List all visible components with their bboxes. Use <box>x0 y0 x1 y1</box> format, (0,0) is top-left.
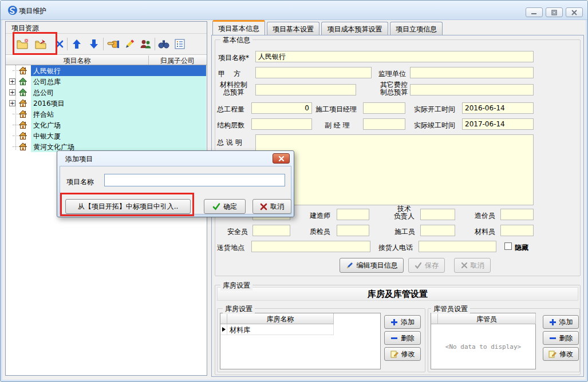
minimize-button[interactable] <box>526 7 543 17</box>
restore-button[interactable] <box>546 7 563 17</box>
material-clerk-field[interactable] <box>500 225 534 236</box>
keeper-add-button[interactable]: 添加 <box>543 315 579 329</box>
safety-officer-label: 安全员 <box>227 227 248 237</box>
cost-estimator-field[interactable] <box>500 209 534 220</box>
column-project-name: 项目名称 <box>6 56 148 66</box>
tree-item-2016-projects[interactable]: 2016项目 <box>6 98 206 109</box>
tech-director-label: 技术负责人 <box>390 205 419 220</box>
add-project-dialog: 添加项目 项目名称 从【项目开拓】中标项目中引入.. 确定 取消 <box>57 150 294 217</box>
dialog-cancel-button[interactable]: 取消 <box>252 199 291 214</box>
general-note-field[interactable] <box>255 134 534 205</box>
tree-column-header: 项目名称 归属子公司 <box>6 55 207 65</box>
dialog-name-field[interactable] <box>104 174 285 186</box>
delete-node-icon[interactable] <box>53 37 66 51</box>
import-folder-icon[interactable] <box>34 37 48 51</box>
keeper-modify-button[interactable]: 修改 <box>543 347 579 361</box>
tree-item-company-store[interactable]: 公司总库 <box>6 76 206 87</box>
tree-item-culture-square[interactable]: 文化广场 <box>6 120 206 130</box>
project-name-field[interactable] <box>255 51 534 62</box>
no-data-text: <No data to display> <box>431 343 535 351</box>
search-binoculars-icon[interactable] <box>157 37 171 51</box>
warehouse-modify-button[interactable]: 修改 <box>384 347 421 361</box>
hide-checkbox[interactable] <box>504 242 512 250</box>
construction-worker-field[interactable] <box>420 225 455 236</box>
quality-inspector-field[interactable] <box>337 225 369 236</box>
tree-item-mixing-station[interactable]: 拌合站 <box>6 109 206 120</box>
dialog-import-button[interactable]: 从【项目开拓】中标项目中引入.. <box>65 199 191 214</box>
expand-icon[interactable] <box>9 89 15 96</box>
minus-icon <box>549 335 557 342</box>
cancel-button[interactable]: 取消 <box>454 258 491 273</box>
tab-project-initiation-info[interactable]: 项目立项信息 <box>390 22 443 35</box>
tab-project-basic-settings[interactable]: 项目基本设置 <box>267 22 319 35</box>
warehouse-name-column: 库房名称 <box>227 313 334 324</box>
actual-completion-field[interactable] <box>462 118 534 130</box>
check-icon <box>415 262 422 269</box>
hide-label: 隐藏 <box>515 243 528 253</box>
construction-worker-label: 施工员 <box>394 227 415 237</box>
warehouse-banner: 库房及库管设置 <box>217 287 578 301</box>
keeper-table: 库管员 <No data to display> <box>431 313 536 369</box>
project-name-label: 项目名称* <box>218 53 249 63</box>
material-budget-field[interactable] <box>255 84 356 96</box>
tab-cost-budget-settings[interactable]: 项目成本预算设置 <box>321 22 388 35</box>
expand-icon[interactable] <box>9 100 15 106</box>
construction-manager-field[interactable] <box>363 102 405 114</box>
structure-layers-field[interactable] <box>251 118 312 130</box>
move-up-icon[interactable] <box>70 37 84 51</box>
tree-item-renmin-bank[interactable]: 人民银行 <box>6 65 206 76</box>
tech-director-field[interactable] <box>420 209 455 220</box>
delivery-location-field[interactable] <box>251 241 370 252</box>
close-button[interactable] <box>566 7 583 17</box>
deputy-manager-field[interactable] <box>363 118 405 130</box>
party-a-field[interactable] <box>255 67 372 78</box>
x-icon <box>260 203 267 210</box>
receiver-phone-field[interactable] <box>419 241 496 252</box>
actual-start-field[interactable] <box>462 102 534 114</box>
move-down-icon[interactable] <box>87 37 101 51</box>
receiver-phone-label: 接货人电话 <box>378 243 413 253</box>
other-budget-field[interactable] <box>410 84 534 96</box>
supervisor-label: 监理单位 <box>378 69 406 79</box>
new-project-folder-icon[interactable] <box>15 37 29 51</box>
warehouse-add-button[interactable]: 添加 <box>384 315 421 329</box>
constructor-field[interactable] <box>337 209 369 220</box>
tab-project-basic-info[interactable]: 项目基本信息 <box>212 20 265 35</box>
users-icon[interactable] <box>139 37 152 51</box>
construction-manager-label: 施工项目经理 <box>315 105 357 114</box>
project-tree: 人民银行 公司总库 总公司 2016项目 拌合站 <box>6 65 206 152</box>
check-icon <box>212 202 220 210</box>
tree-item-zhongyin-tower[interactable]: 中银大厦 <box>6 130 206 141</box>
supervisor-field[interactable] <box>410 67 534 78</box>
edit-project-info-button[interactable]: 编辑项目信息 <box>340 258 404 273</box>
panel-title: 项目资源 <box>11 24 39 32</box>
hand-pointer-icon[interactable] <box>106 37 120 51</box>
app-logo-icon <box>7 5 18 15</box>
panel-header: 项目资源 <box>6 22 207 34</box>
tree-item-head-office[interactable]: 总公司 <box>6 87 206 98</box>
other-budget-label: 其它费控制总预算 <box>377 81 411 96</box>
window-title: 项目维护 <box>19 6 46 16</box>
keeper-delete-button[interactable]: 删除 <box>543 331 579 345</box>
warehouse-delete-button[interactable]: 删除 <box>384 331 421 345</box>
safety-officer-field[interactable] <box>252 225 290 236</box>
structure-layers-label: 结构层数 <box>217 121 244 130</box>
edit-pencil-icon[interactable] <box>123 37 136 51</box>
minus-icon <box>390 335 398 342</box>
dialog-close-button[interactable] <box>273 153 290 164</box>
party-a-label: 甲 方 <box>218 69 240 79</box>
list-settings-icon[interactable] <box>173 37 187 51</box>
house-icon <box>18 66 27 75</box>
basic-info-legend: 基本信息 <box>220 35 252 45</box>
house-icon <box>18 98 27 108</box>
dialog-ok-button[interactable]: 确定 <box>204 199 246 214</box>
total-quantity-field[interactable] <box>251 102 312 114</box>
delivery-location-label: 送货地点 <box>217 243 244 253</box>
expand-icon[interactable] <box>9 78 15 85</box>
quality-inspector-label: 质检员 <box>310 227 330 237</box>
actual-completion-label: 实际竣工时间 <box>414 121 455 130</box>
house-icon <box>18 109 27 118</box>
pen-icon <box>346 261 354 269</box>
house-icon <box>18 87 27 97</box>
save-button[interactable]: 保存 <box>408 258 445 273</box>
